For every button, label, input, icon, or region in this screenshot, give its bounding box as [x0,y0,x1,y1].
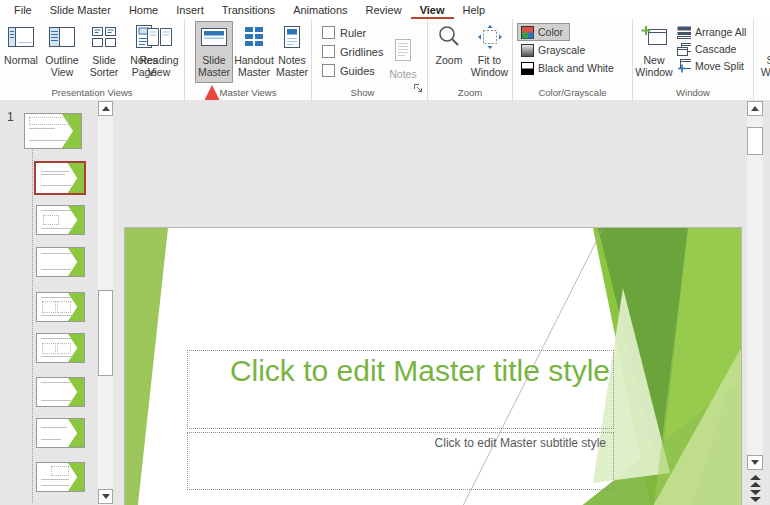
notes-button[interactable]: Notes [385,36,421,80]
move-split-icon [677,59,691,73]
subtitle-placeholder[interactable]: Click to edit Master subtitle style [187,432,614,490]
arrange-all-button[interactable]: Arrange All [677,24,746,40]
button-label: Reading View [136,54,182,78]
switch-windows-button[interactable]: Switch Windows [756,22,770,78]
next-slide-button[interactable] [747,489,763,504]
zoom-button[interactable]: Zoom [431,22,467,66]
checkbox-icon[interactable] [322,64,335,77]
tab-view[interactable]: View [411,2,454,19]
checkbox-icon[interactable] [322,26,335,39]
slide-sorter-button[interactable]: Slide Sorter [84,22,124,78]
group-switch-windows: Switch Windows [754,19,770,100]
tab-help[interactable]: Help [454,2,495,19]
group-window: New Window Arrange All Cascade Move Spli… [633,19,754,100]
button-label: New Window [634,54,674,78]
checkbox-icon[interactable] [322,45,335,58]
color-icon [520,25,534,39]
button-label: Color [538,26,563,38]
scroll-up-button[interactable] [98,101,113,116]
slide-scrollbar[interactable] [747,101,763,470]
thumb-theme-graphic [68,463,84,491]
slide-master-icon [201,22,227,52]
button-label: Arrange All [695,26,746,38]
layout-thumbnail[interactable] [36,462,85,492]
button-label: Slide Sorter [84,54,124,78]
normal-view-button[interactable]: Normal [2,22,40,66]
fit-to-window-icon [478,22,502,52]
outline-view-icon [49,22,75,52]
black-and-white-button[interactable]: Black and White [518,60,620,76]
new-window-button[interactable]: New Window [634,22,674,78]
tab-slide-master[interactable]: Slide Master [41,2,120,19]
group-presentation-views: Normal Outline View Slide Sorter Notes P… [0,19,185,100]
workspace: 1 [0,100,770,505]
layout-thumbnail-selected[interactable] [34,161,86,195]
button-label: Zoom [436,54,463,66]
triangle-up-icon [751,106,759,111]
scroll-down-button[interactable] [98,489,113,504]
group-label: Zoom [428,87,512,98]
powerpoint-window: File Slide Master Home Insert Transition… [0,0,770,505]
show-dialog-launcher[interactable] [413,79,423,97]
slide-master-button[interactable]: Slide Master [196,22,232,82]
button-label: Slide Master [196,54,232,78]
move-split-button[interactable]: Move Split [677,58,744,74]
button-label: Fit to Window [468,54,511,78]
checkbox-label: Guides [340,65,375,77]
tab-insert[interactable]: Insert [167,2,213,19]
ruler-checkbox[interactable]: Ruler [322,26,366,39]
grayscale-button[interactable]: Grayscale [518,42,591,58]
double-chevron-down-icon [750,490,761,503]
button-label: Move Split [695,60,744,72]
notes-master-icon [279,22,305,52]
group-label: Presentation Views [0,87,184,98]
thumbnail-panel: 1 [0,100,114,505]
layout-thumbnail[interactable] [36,205,85,235]
ribbon: Normal Outline View Slide Sorter Notes P… [0,19,770,101]
layout-thumbnail[interactable] [36,292,85,322]
button-label: Handout Master [233,54,275,78]
button-label: Normal [4,54,38,66]
tab-file[interactable]: File [5,2,41,19]
master-thumbnail[interactable] [24,113,82,149]
title-placeholder[interactable]: Click to edit Master title style [187,350,614,429]
layout-thumbnail[interactable] [36,333,85,363]
tab-home[interactable]: Home [120,2,167,19]
outline-view-button[interactable]: Outline View [41,22,83,78]
tab-transitions[interactable]: Transitions [213,2,284,19]
scroll-up-button[interactable] [747,101,763,116]
group-zoom: Zoom Fit to Window Zoom [428,19,513,100]
button-label: Notes Master [274,54,310,78]
black-and-white-icon [520,61,534,75]
notes-master-button[interactable]: Notes Master [274,22,310,78]
slide-number-label: 1 [7,110,14,124]
layout-thumbnail[interactable] [36,247,85,277]
scrollbar-thumb[interactable] [747,127,763,155]
reading-view-button[interactable]: Reading View [136,22,182,78]
cascade-icon [677,42,691,56]
thumbnail-scrollbar[interactable] [98,101,113,505]
gridlines-checkbox[interactable]: Gridlines [322,45,383,58]
previous-slide-button[interactable] [747,474,763,489]
scrollbar-thumb[interactable] [98,290,113,376]
slide-canvas[interactable]: Click to edit Master title style Click t… [125,228,741,505]
checkbox-label: Ruler [340,27,366,39]
color-button[interactable]: Color [518,24,569,40]
group-label: Show [312,87,413,98]
thumb-theme-graphic [68,419,84,447]
group-show: Ruler Gridlines Guides Notes Show [312,19,428,100]
tab-animations[interactable]: Animations [284,2,356,19]
layout-thumbnail[interactable] [36,377,85,407]
normal-view-icon [8,22,34,52]
double-chevron-up-icon [750,475,761,488]
layout-thumbnail[interactable] [36,418,85,448]
scroll-down-button[interactable] [747,455,763,470]
fit-to-window-button[interactable]: Fit to Window [468,22,511,78]
cascade-button[interactable]: Cascade [677,41,736,57]
guides-checkbox[interactable]: Guides [322,64,375,77]
reading-view-icon [146,22,173,52]
handout-master-button[interactable]: Handout Master [233,22,275,78]
slide-sorter-icon [92,22,117,52]
triangle-down-icon [751,460,759,465]
tab-review[interactable]: Review [357,2,411,19]
